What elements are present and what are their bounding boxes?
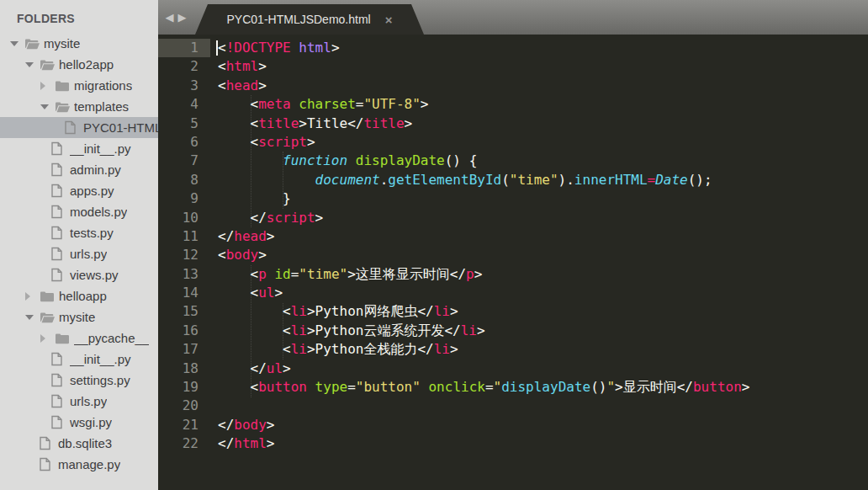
code-token: li [291, 322, 307, 338]
code-token: html [299, 40, 331, 56]
tree-item-urls-py[interactable]: urls.py [0, 243, 158, 264]
code-line[interactable] [218, 397, 868, 415]
code-token: p [466, 266, 474, 282]
code-area[interactable]: <!DOCTYPE html><html><head> <meta charse… [210, 39, 868, 490]
tree-item-db-sqlite3[interactable]: db.sqlite3 [0, 433, 158, 454]
code-line[interactable]: function displayDate() { [218, 152, 868, 170]
code-token: function [283, 152, 347, 168]
code-token: < [218, 247, 226, 263]
code-line[interactable]: } [218, 189, 868, 208]
tree-item-mysite[interactable]: mysite [0, 306, 158, 328]
disclosure-collapsed-icon[interactable] [40, 334, 55, 343]
disclosure-expanded-icon[interactable] [25, 62, 40, 67]
code-line[interactable]: <li>Python全栈能力</li> [218, 340, 868, 359]
file-icon [39, 436, 58, 450]
tree-item-label: manage.py [58, 457, 120, 471]
tab-close-icon[interactable]: × [385, 13, 393, 27]
tree-item-models-py[interactable]: models.py [0, 201, 158, 222]
code-line[interactable]: <p id="time">这里将显示时间</p> [218, 265, 868, 284]
code-line[interactable]: <ul> [218, 284, 868, 302]
code-token: > [274, 285, 283, 301]
tab-pyc01-htmljsdemo[interactable]: PYC01-HTMLJSDemo.html × [195, 4, 424, 35]
code-line[interactable]: document.getElementById("time").innerHTM… [218, 171, 868, 189]
tree-item-tests-py[interactable]: tests.py [0, 222, 158, 243]
line-number: 5 [158, 115, 210, 133]
folder-open-icon [40, 312, 59, 323]
disclosure-collapsed-icon[interactable] [25, 292, 40, 301]
line-number: 3 [158, 77, 210, 95]
disclosure-expanded-icon[interactable] [40, 104, 55, 109]
code-line[interactable]: <head> [218, 77, 868, 95]
tree-item-pycache[interactable]: __pycache__ [0, 328, 158, 349]
code-line[interactable]: <script> [218, 133, 868, 152]
code-token: > [450, 341, 458, 357]
file-icon [64, 120, 83, 135]
code-token: = [356, 96, 364, 112]
code-token: button [693, 379, 742, 395]
file-icon [39, 457, 58, 471]
disclosure-expanded-icon[interactable] [25, 315, 40, 320]
tree-item-init-py[interactable]: __init__.py [0, 138, 158, 159]
code-token [347, 152, 356, 168]
code-token: meta [258, 96, 291, 112]
disclosure-expanded-icon[interactable] [10, 41, 24, 46]
code-line[interactable]: </head> [218, 227, 868, 246]
tree-item-helloapp[interactable]: helloapp [0, 285, 158, 306]
tree-item-label: urls.py [70, 394, 107, 408]
code-token: head [234, 228, 267, 244]
folder-closed-icon [40, 290, 59, 302]
code-line[interactable]: <title>Title</title> [218, 115, 868, 133]
code-line[interactable]: </body> [218, 416, 868, 434]
line-number: 6 [158, 133, 210, 152]
tree-item-label: hello2app [59, 57, 114, 72]
disclosure-collapsed-icon[interactable] [40, 82, 55, 90]
line-number: 8 [158, 171, 210, 189]
code-line[interactable]: <li>Python云端系统开发</li> [218, 322, 868, 340]
line-number: 2 [158, 57, 210, 76]
tree-item-views-py[interactable]: views.py [0, 264, 158, 285]
tree-item-label: views.py [70, 268, 119, 282]
code-line[interactable]: <meta charset="UTF-8"> [218, 95, 868, 114]
tab-bar: ◀ ▶ PYC01-HTMLJSDemo.html × [158, 0, 868, 35]
tree-item-init-py[interactable]: __init__.py [0, 349, 158, 370]
code-line[interactable]: <li>Python网络爬虫</li> [218, 302, 868, 321]
code-token: > [283, 360, 291, 376]
tree-item-settings-py[interactable]: settings.py [0, 370, 158, 391]
tree-item-manage-py[interactable]: manage.py [0, 454, 158, 475]
code-token: >Python云端系统开发</ [307, 322, 461, 338]
tree-item-pyc01-htmljsdemo-html[interactable]: PYC01-HTMLJSDemo.html [0, 117, 158, 138]
code-line[interactable]: </ul> [218, 360, 868, 378]
gutter: 12345678910111213141516171819202122 [158, 39, 210, 490]
tree-item-admin-py[interactable]: admin.py [0, 159, 158, 180]
tree-item-label: helloapp [59, 289, 107, 303]
code-token: > [331, 40, 340, 56]
tree-item-wsgi-py[interactable]: wsgi.py [0, 412, 158, 433]
tree-item-hello2app[interactable]: hello2app [0, 54, 158, 75]
file-icon [50, 141, 70, 156]
line-number: 11 [158, 227, 210, 246]
code-line[interactable]: <html> [218, 57, 868, 76]
code-line[interactable]: <body> [218, 246, 868, 264]
tree-item-label: mysite [59, 310, 95, 324]
code-line[interactable]: </html> [218, 434, 868, 453]
nav-forward-icon[interactable]: ▶ [178, 12, 187, 23]
tree-item-migrations[interactable]: migrations [0, 75, 158, 96]
code-line[interactable]: <!DOCTYPE html> [218, 39, 868, 57]
folder-open-icon [24, 38, 44, 50]
code-token: html [234, 435, 267, 451]
code-line[interactable]: </script> [218, 209, 868, 227]
tree-item-templates[interactable]: templates [0, 96, 158, 117]
code-token: "UTF-8" [363, 96, 420, 112]
code-line[interactable]: <button type="button" onclick="displayDa… [218, 378, 868, 397]
code-token: charset [299, 96, 355, 112]
tree-item-mysite[interactable]: mysite [0, 33, 158, 54]
tree-item-apps-py[interactable]: apps.py [0, 180, 158, 201]
nav-back-icon[interactable]: ◀ [166, 12, 174, 23]
tree-item-urls-py[interactable]: urls.py [0, 391, 158, 412]
code-token: script [267, 210, 315, 226]
code-token: </ [218, 360, 267, 376]
editor-pane: ◀ ▶ PYC01-HTMLJSDemo.html × 123456789101… [158, 0, 868, 490]
code-token: document [315, 172, 380, 188]
code-token: id [274, 266, 290, 282]
code-token: < [218, 77, 226, 93]
